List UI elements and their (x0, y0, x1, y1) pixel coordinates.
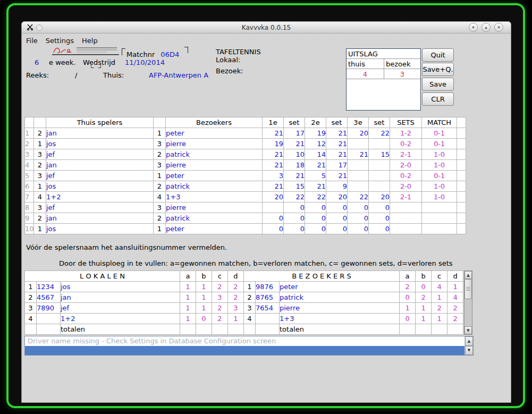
scroll-trough[interactable] (465, 279, 472, 326)
visitor-player-cell[interactable]: patrick (166, 213, 263, 224)
status-scrollbar[interactable]: ▲ ▼ (465, 336, 473, 355)
home-player-cell[interactable]: jos (46, 224, 154, 234)
home-stat-d-cell[interactable]: 2 (228, 282, 244, 292)
set-score-cell[interactable]: 15 (369, 149, 390, 160)
visitor-stat-b-cell[interactable]: 1 (416, 303, 432, 314)
visitor-player-number-cell[interactable]: 2 (154, 181, 166, 192)
visitor-stat-b-cell[interactable]: 0 (416, 282, 432, 292)
home-player-number-cell[interactable]: 1 (34, 139, 46, 149)
home-player-cell[interactable]: 1+2 (46, 192, 154, 202)
maximize-button[interactable]: ▴ (482, 23, 491, 32)
visitor-summary-name-cell[interactable]: 1+3 (280, 314, 400, 324)
home-stat-c-cell[interactable]: 3 (212, 292, 228, 303)
home-stat-a-cell[interactable]: 1 (180, 314, 196, 324)
visitor-player-cell[interactable]: patrick (166, 149, 263, 160)
set-score-cell[interactable] (369, 160, 390, 171)
set-score-cell[interactable]: 21 (263, 149, 284, 160)
visitor-stat-c-cell[interactable]: 4 (432, 282, 447, 292)
home-stat-c-cell[interactable]: 2 (212, 314, 228, 324)
set-score-cell[interactable]: 15 (284, 181, 305, 192)
set-score-cell[interactable]: 0 (369, 213, 390, 224)
matchnr-value[interactable]: 06D4 (161, 50, 179, 58)
set-score-cell[interactable]: 0 (305, 224, 326, 234)
set-score-cell[interactable] (369, 171, 390, 181)
home-player-number-cell[interactable]: 1 (34, 181, 46, 192)
visitor-summary-name-cell[interactable]: patrick (280, 292, 400, 303)
home-player-number-cell[interactable]: 3 (34, 202, 46, 213)
set-score-cell[interactable] (348, 160, 369, 171)
clear-button[interactable]: CLR (422, 92, 454, 106)
set-score-cell[interactable]: 5 (305, 171, 326, 181)
visitor-player-cell[interactable]: peter (166, 224, 263, 234)
visitor-member-number-cell[interactable] (256, 314, 280, 324)
home-stat-b-cell[interactable]: 1 (196, 303, 212, 314)
set-score-cell[interactable]: 0 (348, 224, 369, 234)
visitor-stat-b-cell[interactable]: 2 (416, 292, 432, 303)
visitor-player-cell[interactable]: 1+3 (166, 192, 263, 202)
set-score-cell[interactable]: 0 (326, 213, 348, 224)
home-player-number-cell[interactable]: 2 (34, 128, 46, 139)
visitor-player-cell[interactable]: pierre (166, 160, 263, 171)
quit-button[interactable]: Quit (422, 48, 454, 62)
close-button[interactable]: ✕ (494, 23, 503, 32)
selected-status-row[interactable] (25, 346, 465, 355)
visitor-stat-c-cell[interactable]: 2 (432, 303, 447, 314)
home-stat-d-cell[interactable]: 3 (228, 303, 244, 314)
visitor-player-number-cell[interactable]: 2 (154, 213, 166, 224)
visitor-stat-c-cell[interactable]: 1 (432, 292, 447, 303)
minimize-button[interactable]: ▾ (469, 23, 478, 32)
home-player-cell[interactable]: jef (46, 171, 154, 181)
visitor-player-number-cell[interactable]: 3 (154, 139, 166, 149)
home-player-cell[interactable]: jos (46, 139, 154, 149)
visitor-player-cell[interactable]: peter (166, 171, 263, 181)
set-score-cell[interactable] (369, 181, 390, 192)
set-score-cell[interactable]: 21 (284, 171, 305, 181)
visitor-player-cell[interactable]: patrick (166, 181, 263, 192)
visitor-stat-a-cell[interactable]: 1 (400, 303, 416, 314)
set-score-cell[interactable]: 0 (284, 224, 305, 234)
set-score-cell[interactable]: 21 (263, 181, 284, 192)
visitor-stat-a-cell[interactable]: 2 (400, 282, 416, 292)
visitor-summary-name-cell[interactable]: peter (280, 282, 400, 292)
set-score-cell[interactable]: 0 (263, 224, 284, 234)
home-summary-name-cell[interactable]: 1+2 (61, 314, 180, 324)
titlebar[interactable]: Kavvvka 0.0.15 ▾ ▴ ✕ (22, 22, 511, 33)
summary-scrollbar[interactable]: ▲ ▼ (464, 271, 472, 335)
set-score-cell[interactable]: 0 (284, 202, 305, 213)
menu-help[interactable]: Help (82, 37, 98, 45)
home-summary-name-cell[interactable]: jos (61, 282, 180, 292)
home-stat-c-cell[interactable]: 2 (212, 303, 228, 314)
set-score-cell[interactable]: 21 (348, 149, 369, 160)
visitor-member-number-cell[interactable]: 8765 (256, 292, 280, 303)
set-score-cell[interactable]: 0 (305, 213, 326, 224)
set-score-cell[interactable]: 20 (263, 192, 284, 202)
set-score-cell[interactable]: 18 (284, 160, 305, 171)
set-score-cell[interactable]: 0 (369, 202, 390, 213)
visitor-stat-a-cell[interactable]: 0 (400, 292, 416, 303)
visitor-stat-c-cell[interactable]: 1 (432, 314, 447, 324)
save-button[interactable]: Save (422, 78, 454, 91)
set-score-cell[interactable]: 0 (326, 202, 348, 213)
home-player-number-cell[interactable]: 4 (34, 192, 46, 202)
set-score-cell[interactable]: 9 (326, 181, 348, 192)
set-score-cell[interactable]: 0 (348, 213, 369, 224)
visitor-stat-d-cell[interactable]: 2 (447, 314, 463, 324)
set-score-cell[interactable]: 0 (326, 224, 348, 234)
set-score-cell[interactable]: 21 (326, 128, 348, 139)
set-score-cell[interactable]: 3 (263, 171, 284, 181)
set-score-cell[interactable]: 0 (348, 202, 369, 213)
home-member-number-cell[interactable]: 4567 (37, 292, 61, 303)
visitor-stat-b-cell[interactable]: 1 (416, 314, 432, 324)
visitor-stat-d-cell[interactable]: 1 (447, 282, 463, 292)
set-score-cell[interactable]: 22 (348, 192, 369, 202)
set-score-cell[interactable]: 20 (369, 192, 390, 202)
home-stat-d-cell[interactable]: 1 (228, 314, 244, 324)
visitor-stat-a-cell[interactable]: 0 (400, 314, 416, 324)
scroll-down-button[interactable]: ▼ (465, 326, 472, 334)
set-score-cell[interactable]: 22 (305, 192, 326, 202)
set-score-cell[interactable]: 21 (326, 171, 348, 181)
home-stat-a-cell[interactable]: 1 (180, 282, 196, 292)
set-score-cell[interactable]: 10 (284, 149, 305, 160)
set-score-cell[interactable] (348, 171, 369, 181)
home-player-cell[interactable]: jef (46, 202, 154, 213)
